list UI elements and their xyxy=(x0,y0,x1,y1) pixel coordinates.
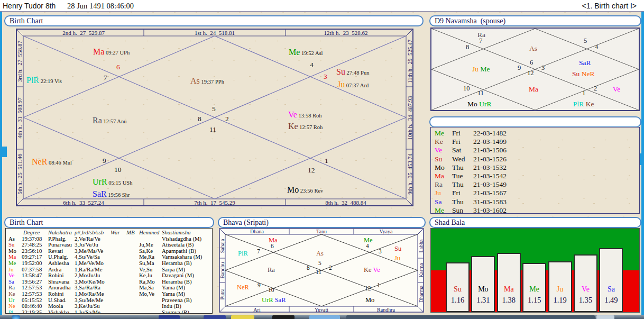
sign-number: 4 xyxy=(310,61,314,69)
shadbala-value: 1.16 xyxy=(447,296,468,305)
taskbar-button[interactable] xyxy=(204,315,226,319)
dasha-date: 21-03-1567 xyxy=(473,189,507,197)
table-row[interactable]: Ke12:57:53Rohini1,Mo/Ra/MeMo,VeYama (M) xyxy=(6,291,212,297)
birth-chart-diagram[interactable]: Ma 09:27 UPhPlR 22:19 VisAs 19:37 PPhMe … xyxy=(16,29,413,206)
planet-label: Ve xyxy=(613,85,620,93)
dasha-date: 21-03-1549 xyxy=(473,180,507,189)
taskbar-button[interactable] xyxy=(596,315,614,319)
shadbala-bar: Ma1.38 xyxy=(497,253,521,312)
dasha-planet: Ke xyxy=(435,138,443,146)
shadbala-value: 1.19 xyxy=(549,296,571,305)
bhava-name-label: Karma xyxy=(418,263,424,277)
sign-number: 1 xyxy=(325,157,328,165)
start-button[interactable] xyxy=(12,315,20,319)
planet-label: Me 19:52 Asl xyxy=(289,48,323,57)
planet-label: Su xyxy=(394,244,401,252)
table-row[interactable]: Me19:52:00Ashlesha1,Me/Ve/MoSu,MaHeramba… xyxy=(6,260,212,267)
table-cell: Rohini xyxy=(48,291,63,297)
chart-datetime: 28 Jun 1491 08:46:00 xyxy=(67,2,134,11)
dasha-planet: Su xyxy=(435,155,442,163)
sign-number: 2 xyxy=(594,85,597,92)
taskbar-button[interactable] xyxy=(272,315,295,319)
left-splitter[interactable] xyxy=(0,12,2,315)
dasha-row[interactable]: SaThu31-03-1583 xyxy=(431,198,639,206)
planet-label: Mo 23:56 Rev xyxy=(287,186,323,194)
taskbar-button[interactable] xyxy=(231,315,254,319)
sign-number: 12 xyxy=(527,70,534,77)
sign-number: 9 xyxy=(257,282,261,289)
bhava-name-label: Sahaja xyxy=(219,239,225,253)
dasha-row[interactable]: SuWed21-03-1526 xyxy=(431,155,639,163)
house-cusp-label: 10th h. 34 487.93 xyxy=(407,96,413,140)
house-cusp-label: 7th h. 17 545.29 xyxy=(194,199,235,206)
planet-label: As xyxy=(316,249,324,257)
bhava-name-label: Vyaya xyxy=(380,229,393,234)
shadbala-bar: Ju1.19 xyxy=(548,261,572,312)
planet-label: SaR 19:56 Shr xyxy=(93,190,130,198)
dasha-planet: Ma xyxy=(435,172,444,180)
dasha-row[interactable]: KeFri22-03-1499 xyxy=(431,138,639,146)
sign-number: 6 xyxy=(530,59,533,66)
view-indicator: <1. Birth chart I> xyxy=(582,2,637,10)
dasha-weekday: Fri xyxy=(452,138,461,146)
dasha-row[interactable]: JuFri21-03-1567 xyxy=(431,189,639,197)
table-cell: Me xyxy=(8,260,16,267)
dasha-row[interactable]: MeSun31-03-1602 xyxy=(431,206,639,215)
os-taskbar[interactable] xyxy=(0,315,644,319)
shadbala-planet: Mo xyxy=(472,285,494,294)
shadbala-panel-header[interactable]: Shad Bala xyxy=(429,217,641,228)
taskbar-button[interactable] xyxy=(309,315,340,319)
dasha-date: 22-03-1499 xyxy=(473,138,507,146)
vimshottari-panel-header[interactable]: Bhava (Sripati) Vimshottari ◀▶▲▼ xyxy=(429,116,641,127)
planet-label: NeR 08:46 Mul xyxy=(32,158,72,166)
house-cusp-label: 4th h. 31 508.97 xyxy=(16,97,23,138)
d9-navamsha-diagram[interactable]: RaAsSaRJu MeSu NeRMaVeMo UrRPlR Ke785469… xyxy=(430,28,640,111)
shadbala-value: 1.49 xyxy=(600,296,622,305)
d9-chart-lines xyxy=(430,28,640,111)
shadbala-planet: Ve xyxy=(575,285,596,294)
birth-table-panel: Birth Chart DegreeNakshatrap#,lrd/sb/ssb… xyxy=(3,216,215,315)
dasha-row[interactable]: MaTue21-03-1542 xyxy=(431,172,639,180)
planet-details-table[interactable]: DegreeNakshatrap#,lrd/sb/ssbWarMBHemmedS… xyxy=(5,228,213,314)
dasha-date: 21-03-1506 xyxy=(473,146,507,154)
table-cell: Ashlesha xyxy=(48,260,69,267)
table-cell: 1,Ju/Sa/Me xyxy=(75,309,100,314)
house-cusp-label: 6th h. 33 527.24 xyxy=(63,199,104,206)
dasha-row[interactable]: MeFri22-03-1482 xyxy=(431,129,639,138)
shadbala-bar: Mo1.31 xyxy=(471,256,495,312)
table-row[interactable]: Pl22:19:35Vishakha1,Ju/Sa/MeSaumya (B) xyxy=(6,309,212,314)
shadbala-planet: Sa xyxy=(600,285,622,294)
birth-table-panel-header[interactable]: Birth Chart xyxy=(4,217,214,228)
dasha-row[interactable]: MoThu21-03-1532 xyxy=(431,163,639,172)
dasha-row[interactable]: VeSat21-03-1506 xyxy=(431,146,639,154)
window-title-bar: Henry Tudor 8th 28 Jun 1491 08:46:00 <1.… xyxy=(0,0,644,12)
birth-chart-panel-header[interactable]: Birth Chart xyxy=(4,15,424,26)
table-cell: 1,Me/Ve/Mo xyxy=(75,260,104,267)
dasha-row[interactable]: RaThu21-03-1549 xyxy=(431,180,639,189)
birth-chart-panel-title: Birth Chart xyxy=(10,17,43,25)
house-cusp-label: 8th h. 32 488.84 xyxy=(325,199,366,206)
taskbar-button[interactable] xyxy=(159,315,180,319)
table-cell: Yama (M) xyxy=(162,291,185,297)
planet-label: Ju Me xyxy=(472,65,490,73)
planet-label: SaR xyxy=(579,58,591,67)
table-cell: Pl xyxy=(8,309,13,314)
planet-label: Ke Ve xyxy=(364,265,380,274)
dasha-weekday: Thu xyxy=(452,163,464,172)
column-header: Shastiamsha xyxy=(162,230,191,236)
taskbar-button[interactable] xyxy=(346,315,595,319)
sign-number: 8 xyxy=(307,265,310,271)
dasha-list[interactable]: MeFri22-03-1482KeFri22-03-1499VeSat21-03… xyxy=(430,127,640,214)
sign-number: 2 xyxy=(329,265,332,271)
sign-number: 4 xyxy=(595,44,598,51)
bhava-panel: Bhava (Sripati) MaPlRAsMeSuJuRaKe VeNeRU… xyxy=(217,216,426,315)
sign-number: 12 xyxy=(365,286,371,292)
d9-panel-header[interactable]: D9 Navamsha (spouse) xyxy=(429,15,641,26)
planet-label: Ra xyxy=(268,265,275,274)
bhava-panel-header[interactable]: Bhava (Sripati) xyxy=(218,217,426,228)
planet-label: Su 27:48 Pun xyxy=(336,68,369,76)
planet-label: Ju xyxy=(394,253,400,262)
bhava-diagram[interactable]: MaPlRAsMeSuJuRaKe VeNeRUrR SaRMo67435821… xyxy=(219,228,424,313)
shadbala-bar: Me1.15 xyxy=(522,263,546,312)
sign-number: 6 xyxy=(271,243,274,250)
